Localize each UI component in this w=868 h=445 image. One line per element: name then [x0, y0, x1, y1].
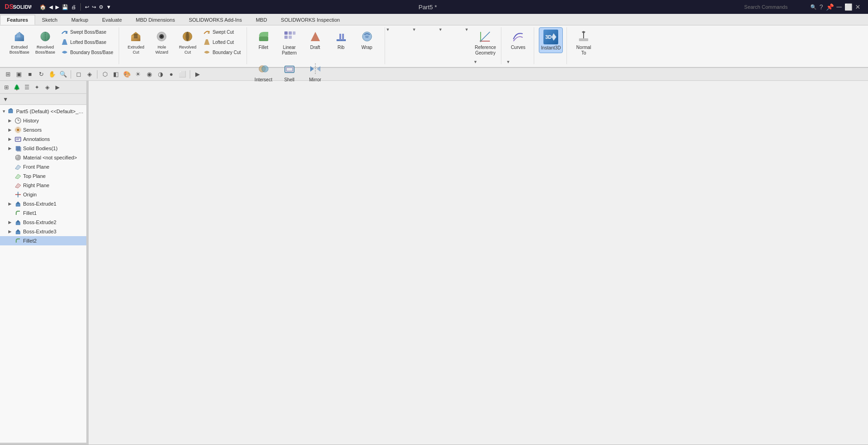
tree-item-fillet1[interactable]: Fillet1 — [0, 208, 86, 218]
realview-btn[interactable]: ◉ — [144, 69, 154, 79]
restore-btn[interactable]: ⬜ — [844, 3, 852, 11]
tree-item-boss-extrude1[interactable]: ▶ Boss-Extrude1 — [0, 199, 86, 208]
panel-resize-handle[interactable] — [87, 81, 89, 445]
rotate-btn[interactable]: ↻ — [36, 69, 46, 79]
tree-item-top-plane[interactable]: Top Plane — [0, 171, 86, 181]
swept-cut-label: Swept Cut — [212, 30, 234, 35]
tab-inspection[interactable]: SOLIDWORKS Inspection — [274, 15, 347, 25]
tree-item-root[interactable]: ▼ Part5 (Default) <<Default>_Display Sta — [0, 107, 86, 116]
lofted-cut-btn[interactable]: Lofted Cut — [201, 37, 242, 47]
hole-wizard-btn[interactable]: Hole Wizard — [150, 27, 174, 57]
tab-addins[interactable]: SOLIDWORKS Add-Ins — [182, 15, 249, 25]
tab-mbd-dimensions[interactable]: MBD Dimensions — [129, 15, 182, 25]
pan-btn[interactable]: ✋ — [47, 69, 57, 79]
tab-mbd[interactable]: MBD — [249, 15, 274, 25]
revolved-cut-btn[interactable]: Revolved Cut — [175, 27, 199, 57]
shell-btn[interactable]: Shell — [277, 60, 301, 85]
tree-item-boss-extrude2[interactable]: ▶ Boss-Extrude2 — [0, 218, 86, 227]
svg-rect-22 — [259, 37, 268, 41]
redo-btn[interactable]: ↪ — [92, 4, 96, 10]
tree-item-sensors[interactable]: ▶ Sensors — [0, 125, 86, 134]
pin-icon[interactable]: 📌 — [826, 3, 834, 11]
wireframe-btn[interactable]: ▣ — [14, 69, 24, 79]
tree-item-boss-extrude3-label: Boss-Extrude3 — [23, 229, 56, 234]
tools-btn[interactable]: ⚙ — [99, 4, 103, 10]
undo-btn[interactable]: ↩ — [85, 4, 89, 10]
back-btn[interactable]: ◀ — [49, 4, 53, 10]
display-style-btn[interactable]: ◈ — [84, 69, 95, 79]
features-dropdown-arrow2[interactable]: ▼ — [464, 27, 469, 32]
appearance-btn[interactable]: 🎨 — [122, 69, 132, 79]
ft-icon-list[interactable]: ☰ — [22, 83, 31, 92]
select-filter-btn[interactable]: ⊞ — [3, 69, 13, 79]
home-btn[interactable]: 🏠 — [40, 4, 46, 10]
cut-dropdown-arrow[interactable]: ▼ — [412, 27, 416, 32]
reference-geometry-btn[interactable]: Reference Geometry — [473, 27, 497, 58]
print-btn[interactable]: 🖨 — [71, 4, 76, 10]
origin-icon — [14, 191, 22, 198]
swept-cut-btn[interactable]: Swept Cut — [201, 27, 242, 37]
tab-sketch[interactable]: Sketch — [35, 15, 65, 25]
tree-item-right-plane[interactable]: Right Plane — [0, 181, 86, 190]
tree-item-history[interactable]: ▶ History — [0, 116, 86, 125]
svg-rect-9 — [66, 31, 67, 34]
tree-item-boss-extrude3[interactable]: ▶ Boss-Extrude3 — [0, 227, 86, 236]
perspective-btn[interactable]: ⬜ — [177, 69, 187, 79]
normal-to-btn[interactable]: Normal To — [572, 27, 596, 58]
search-icon: 🔍 — [810, 4, 817, 10]
ft-icon-tree[interactable]: 🌲 — [12, 83, 21, 92]
swept-boss-base-btn[interactable]: Swept Boss/Base — [59, 27, 115, 37]
options-btn[interactable]: ▼ — [106, 4, 111, 10]
instant3d-btn[interactable]: 3D Instant3D — [539, 27, 563, 53]
extruded-boss-base-btn[interactable]: Extruded Boss/Base — [7, 27, 31, 57]
search-box[interactable]: 🔍 — [744, 4, 817, 10]
tree-item-annotations[interactable]: ▶ Annotations — [0, 134, 86, 144]
intersect-btn[interactable]: Intersect — [252, 60, 276, 85]
tree-item-origin[interactable]: Origin — [0, 190, 86, 199]
ft-icon-arrow[interactable]: ▶ — [53, 83, 62, 92]
ft-icon-compass[interactable]: ✦ — [32, 83, 42, 92]
ambient-occlusion-btn[interactable]: ● — [166, 69, 176, 79]
rib-btn[interactable]: Rib — [329, 27, 353, 52]
shaded-btn[interactable]: ■ — [25, 69, 35, 79]
linear-pattern-btn[interactable]: Linear Pattern — [277, 27, 301, 58]
shadows-btn[interactable]: ◑ — [155, 69, 165, 79]
tree-item-solid-bodies[interactable]: ▶ Solid Bodies(1) — [0, 144, 86, 153]
tree-item-material[interactable]: Material <not specified> — [0, 153, 86, 162]
save-btn[interactable]: 💾 — [62, 4, 68, 10]
zoom-btn[interactable]: 🔍 — [58, 69, 68, 79]
draft-btn[interactable]: Draft — [303, 27, 327, 52]
help-icon[interactable]: ? — [820, 3, 823, 11]
view-palette-btn[interactable]: ◧ — [111, 69, 121, 79]
extruded-cut-btn[interactable]: Extruded Cut — [124, 27, 148, 57]
tree-resize-handle[interactable] — [0, 443, 86, 445]
tab-features[interactable]: Features — [0, 15, 35, 25]
section-view-btn[interactable]: ⬡ — [100, 69, 110, 79]
wrap-btn[interactable]: W Wrap — [355, 27, 379, 52]
scene-btn[interactable]: ☀ — [133, 69, 143, 79]
tree-item-front-plane[interactable]: Front Plane — [0, 162, 86, 171]
tab-evaluate[interactable]: Evaluate — [95, 15, 129, 25]
boundary-cut-btn[interactable]: Boundary Cut — [201, 48, 242, 57]
more-views-btn[interactable]: ▶ — [193, 69, 203, 79]
search-input[interactable] — [744, 4, 809, 10]
ft-icon-filter[interactable]: ⊞ — [2, 83, 11, 92]
minimize-btn[interactable]: ─ — [837, 3, 842, 11]
boundary-boss-base-btn[interactable]: Boundary Boss/Base — [59, 48, 115, 57]
ft-icon-color[interactable]: ◈ — [42, 83, 52, 92]
close-btn[interactable]: ✕ — [855, 3, 861, 11]
lofted-boss-base-btn[interactable]: Lofted Boss/Base — [59, 37, 115, 47]
tree-item-fillet2[interactable]: Fillet2 — [0, 236, 86, 245]
revolved-boss-base-btn[interactable]: Revolved Boss/Base — [33, 27, 57, 57]
cut-group: Extruded Cut Hole Wizard — [120, 27, 247, 64]
features-dropdown-arrow[interactable]: ▼ — [438, 27, 442, 32]
hide-lines-btn[interactable]: ◻ — [73, 69, 84, 79]
svg-marker-76 — [16, 220, 20, 222]
fillet-btn[interactable]: Fillet — [252, 27, 276, 52]
fwd-btn[interactable]: ▶ — [55, 4, 59, 10]
tab-markup[interactable]: Markup — [65, 15, 96, 25]
curves-btn[interactable]: Curves — [506, 27, 530, 52]
boss-dropdown-arrow[interactable]: ▼ — [386, 27, 390, 32]
mirror-btn[interactable]: Mirror — [303, 60, 327, 85]
tree-item-right-plane-label: Right Plane — [23, 183, 49, 188]
